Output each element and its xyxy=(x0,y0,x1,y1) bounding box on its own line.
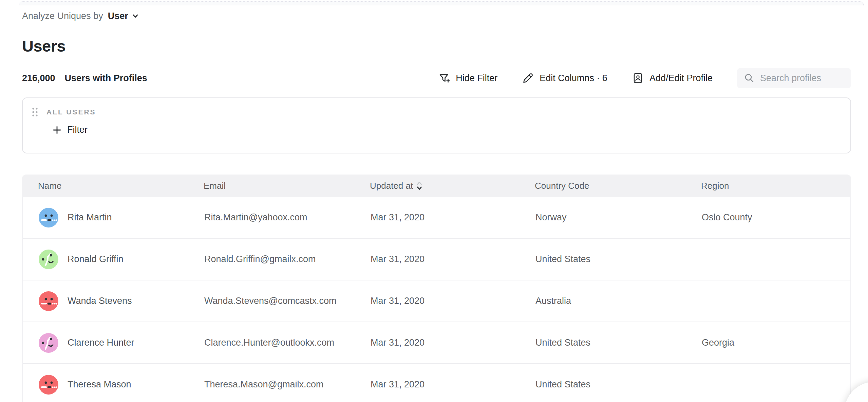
add-filter-label: Filter xyxy=(67,125,88,135)
user-name: Ronald Griffin xyxy=(68,254,124,264)
table-body: Rita Martin Rita.Martin@yahoox.com Mar 3… xyxy=(22,197,851,402)
edit-columns-label: Edit Columns · 6 xyxy=(540,73,607,84)
user-avatar-icon xyxy=(39,375,58,395)
user-updated-at: Mar 31, 2020 xyxy=(371,254,535,264)
plus-icon xyxy=(52,125,62,135)
profile-count-label: Users with Profiles xyxy=(65,73,147,84)
search-icon xyxy=(744,73,755,84)
user-country-code: Australia xyxy=(535,296,702,306)
analyze-uniques-value: User xyxy=(108,11,128,21)
name-cell: Theresa Mason xyxy=(39,375,204,395)
user-updated-at: Mar 31, 2020 xyxy=(371,337,535,348)
user-email: Clarence.Hunter@outlookx.com xyxy=(204,337,371,348)
pencil-icon xyxy=(522,72,534,84)
user-avatar-icon xyxy=(39,333,58,353)
user-region: Georgia xyxy=(702,337,850,348)
table-row[interactable]: Theresa Mason Theresa.Mason@gmailx.com M… xyxy=(23,364,850,402)
user-country-code: United States xyxy=(535,254,702,264)
add-filter-button[interactable]: Filter xyxy=(52,125,88,135)
user-name: Wanda Stevens xyxy=(68,296,132,306)
name-cell: Clarence Hunter xyxy=(39,333,204,353)
column-header-region[interactable]: Region xyxy=(701,181,851,191)
table-row[interactable]: Rita Martin Rita.Martin@yahoox.com Mar 3… xyxy=(23,197,850,239)
user-email: Wanda.Stevens@comcastx.com xyxy=(204,296,371,306)
user-email: Theresa.Mason@gmailx.com xyxy=(204,379,371,390)
profile-count-group: 216,000 Users with Profiles xyxy=(22,73,147,84)
user-updated-at: Mar 31, 2020 xyxy=(371,296,535,306)
search-box xyxy=(737,68,851,88)
user-email: Ronald.Griffin@gmailx.com xyxy=(204,254,371,264)
page-title: Users xyxy=(22,37,851,56)
user-country-code: Norway xyxy=(535,212,702,223)
name-cell: Wanda Stevens xyxy=(39,291,204,311)
name-cell: Rita Martin xyxy=(39,208,204,227)
table-row[interactable]: Wanda Stevens Wanda.Stevens@comcastx.com… xyxy=(23,280,850,322)
table-row[interactable]: Ronald Griffin Ronald.Griffin@gmailx.com… xyxy=(23,239,850,280)
sort-icon xyxy=(416,181,422,191)
column-header-country-code[interactable]: Country Code xyxy=(535,181,701,191)
user-avatar-icon xyxy=(39,291,58,311)
profile-count: 216,000 xyxy=(22,73,55,84)
user-name: Rita Martin xyxy=(68,212,112,223)
column-header-email[interactable]: Email xyxy=(204,181,370,191)
user-region: Oslo County xyxy=(702,212,850,223)
profile-card-icon xyxy=(632,72,644,84)
table-row[interactable]: Clarence Hunter Clarence.Hunter@outlookx… xyxy=(23,322,850,364)
user-name: Clarence Hunter xyxy=(68,337,134,348)
drag-handle-icon[interactable] xyxy=(32,107,38,117)
add-edit-profile-button[interactable]: Add/Edit Profile xyxy=(632,72,713,84)
analyze-uniques-dropdown[interactable]: User xyxy=(108,11,139,21)
chevron-down-icon xyxy=(132,12,139,20)
column-header-name[interactable]: Name xyxy=(38,181,204,191)
user-avatar-icon xyxy=(39,250,58,269)
add-edit-profile-label: Add/Edit Profile xyxy=(649,73,713,84)
user-avatar-icon xyxy=(39,208,58,227)
users-page: Analyze Uniques by User Users 216,000 Us… xyxy=(0,10,868,402)
search-input[interactable] xyxy=(760,73,844,84)
hide-filter-label: Hide Filter xyxy=(456,73,497,84)
user-name: Theresa Mason xyxy=(68,379,131,390)
user-updated-at: Mar 31, 2020 xyxy=(371,212,535,223)
user-updated-at: Mar 31, 2020 xyxy=(371,379,535,390)
user-country-code: United States xyxy=(535,337,702,348)
edit-columns-button[interactable]: Edit Columns · 6 xyxy=(522,72,607,84)
users-table: Name Email Updated at Country Code Regio… xyxy=(22,175,851,402)
table-header: Name Email Updated at Country Code Regio… xyxy=(22,175,851,197)
filter-group-label: ALL USERS xyxy=(46,108,96,116)
filter-panel: ALL USERS Filter xyxy=(22,97,851,153)
name-cell: Ronald Griffin xyxy=(39,250,204,269)
hide-filter-button[interactable]: Hide Filter xyxy=(438,72,497,84)
toolbar: 216,000 Users with Profiles Hide Filter … xyxy=(22,68,851,88)
filter-plus-icon xyxy=(438,72,450,84)
user-country-code: United States xyxy=(535,379,702,390)
column-header-updated-at[interactable]: Updated at xyxy=(370,181,535,191)
analyze-uniques-row: Analyze Uniques by User xyxy=(22,10,851,22)
analyze-uniques-label: Analyze Uniques by xyxy=(22,11,103,21)
user-email: Rita.Martin@yahoox.com xyxy=(204,212,371,223)
dropzone-strip xyxy=(19,1,864,5)
